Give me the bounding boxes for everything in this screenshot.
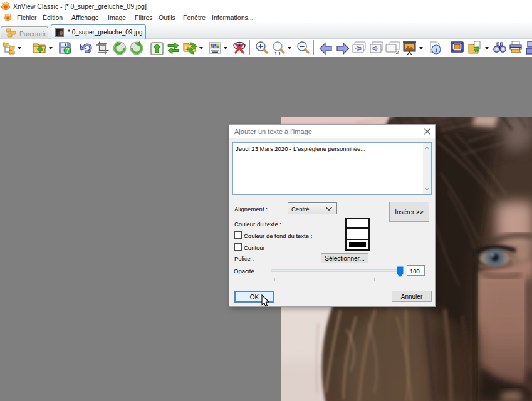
svg-text:2: 2 — [396, 49, 399, 55]
svg-text:?: ? — [65, 47, 69, 54]
svg-text:1:1: 1:1 — [274, 51, 281, 56]
svg-text:i: i — [436, 47, 437, 53]
